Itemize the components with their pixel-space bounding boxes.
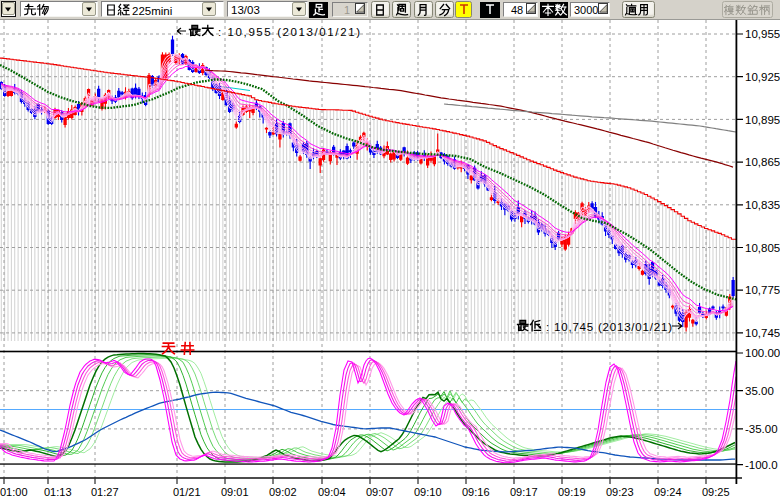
- svg-text:10,865: 10,865: [745, 156, 780, 168]
- svg-text:225mini: 225mini: [132, 5, 172, 17]
- svg-text:: 10,955 (2013/01/21): : 10,955 (2013/01/21): [218, 26, 362, 38]
- svg-text:10,745: 10,745: [745, 327, 780, 339]
- svg-text:01/21: 01/21: [173, 486, 201, 498]
- svg-text:10,925: 10,925: [745, 71, 780, 83]
- svg-text:09:25: 09:25: [702, 486, 730, 498]
- svg-text:09:04: 09:04: [318, 486, 346, 498]
- svg-text:09:02: 09:02: [269, 486, 297, 498]
- svg-text:09:23: 09:23: [606, 486, 634, 498]
- svg-text:09:19: 09:19: [558, 486, 586, 498]
- svg-text:09:17: 09:17: [510, 486, 538, 498]
- svg-text:09:10: 09:10: [414, 486, 442, 498]
- svg-text:01:00: 01:00: [0, 486, 28, 498]
- svg-text:10,895: 10,895: [745, 114, 780, 126]
- svg-text:-100.0: -100.0: [745, 459, 778, 471]
- svg-text:09:24: 09:24: [654, 486, 682, 498]
- svg-text:01:13: 01:13: [44, 486, 72, 498]
- svg-text:09:16: 09:16: [462, 486, 490, 498]
- svg-text:10,835: 10,835: [745, 199, 780, 211]
- svg-text:10,955: 10,955: [745, 28, 780, 40]
- svg-text:: 10,745 (2013/01/21): : 10,745 (2013/01/21): [546, 321, 673, 333]
- svg-text:10,805: 10,805: [745, 242, 780, 254]
- svg-text:10,775: 10,775: [745, 284, 780, 296]
- svg-text:35.00: 35.00: [745, 385, 774, 397]
- svg-text:01:27: 01:27: [91, 486, 119, 498]
- svg-text:09:01: 09:01: [221, 486, 249, 498]
- svg-text:-35.00: -35.00: [745, 423, 778, 435]
- svg-text:09:07: 09:07: [366, 486, 394, 498]
- svg-text:100.00: 100.00: [745, 347, 780, 359]
